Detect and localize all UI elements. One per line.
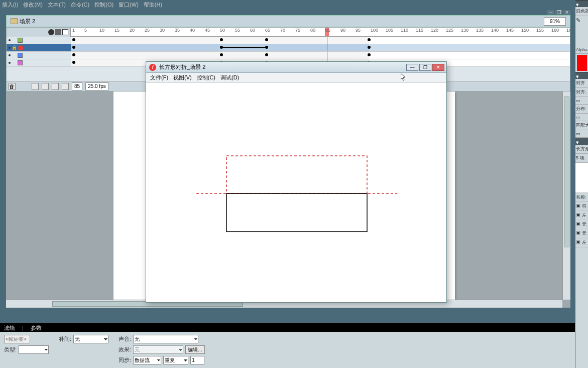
sound-select[interactable]: 无 <box>133 335 198 343</box>
type-label: 类型: <box>4 346 17 353</box>
ruler-tick: 1 <box>72 28 75 33</box>
ruler-tick: 125 <box>446 28 453 33</box>
keyframe[interactable] <box>368 46 371 49</box>
library-item[interactable]: ▣ 符 <box>575 202 588 211</box>
menu-control[interactable]: 控制(O) <box>94 1 113 9</box>
edit-multiple-icon[interactable] <box>52 83 59 90</box>
preview-menu-view[interactable]: 视图(V) <box>173 74 192 81</box>
sound-label: 声音: <box>119 335 131 343</box>
edit-effect-button[interactable]: 编辑... <box>185 345 204 354</box>
alpha-label: Alpha <box>575 46 588 54</box>
match-size-label: 匹配大 <box>575 121 588 130</box>
ruler-tick: 120 <box>431 28 438 33</box>
center-frame-icon[interactable] <box>62 83 69 90</box>
ruler-tick: 135 <box>476 28 484 33</box>
ruler-tick: 70 <box>280 28 285 33</box>
keyframe[interactable] <box>72 38 75 41</box>
layer-frames[interactable] <box>71 52 570 59</box>
trash-icon[interactable]: 🗑 <box>9 83 16 90</box>
loop-select[interactable]: 重复 <box>163 356 188 364</box>
color-mixer-header[interactable]: ▾ <box>575 0 588 7</box>
menu-commands[interactable]: 命令(C) <box>71 1 89 9</box>
keyframe[interactable] <box>368 53 371 56</box>
library-name-label: 名称: <box>575 193 588 202</box>
preview-titlebar[interactable]: f 长方形对折_场景 2 — ❐ ✕ <box>146 62 446 73</box>
color-mixer-title: 混色器 <box>575 7 588 16</box>
eye-toggle-icon[interactable] <box>48 29 54 35</box>
keyframe[interactable] <box>72 46 75 49</box>
frame-rate: 25.0 fps <box>85 82 108 90</box>
keyframe[interactable] <box>265 53 268 56</box>
keyframe[interactable] <box>72 53 75 56</box>
stage-v-scrollbar[interactable] <box>562 91 570 300</box>
preview-menu-control[interactable]: 控制(C) <box>197 74 215 81</box>
keyframe[interactable] <box>368 38 371 41</box>
ruler-tick: 90 <box>340 28 345 33</box>
scene-tab[interactable]: 场景 2 <box>7 16 39 27</box>
menu-modify[interactable]: 修改(M) <box>23 1 43 9</box>
zoom-input[interactable] <box>544 17 566 26</box>
onion-skin-icon[interactable] <box>32 83 39 90</box>
library-item[interactable]: ▣ 元 <box>575 220 588 229</box>
outline-toggle-icon[interactable] <box>62 29 68 35</box>
ruler-tick: 85 <box>325 28 330 33</box>
library-item[interactable]: ▣ 左 <box>575 211 588 220</box>
scene-icon <box>11 18 18 24</box>
effect-label: 效果: <box>119 346 131 353</box>
right-panels: ▾ 混色器 ✎ Alpha ▾ 对齐 对齐: ▭ 分布: ▭ 匹配大 ▭ ▾ 长… <box>575 0 588 368</box>
align-panel-header[interactable]: ▾ <box>575 72 588 79</box>
keyframe[interactable] <box>72 61 75 64</box>
ruler-tick: 145 <box>506 28 514 33</box>
preview-close-button[interactable]: ✕ <box>432 64 444 71</box>
ruler-tick: 80 <box>310 28 315 33</box>
preview-menu-debug[interactable]: 调试(D) <box>220 74 239 81</box>
menu-text[interactable]: 文本(T) <box>48 1 66 9</box>
sync-select[interactable]: 数据流 <box>133 356 161 364</box>
menu-help[interactable]: 帮助(H) <box>144 1 162 9</box>
scene-bar: 场景 2 <box>6 15 570 27</box>
library-doc-name: 长方形 <box>575 145 588 154</box>
menu-window[interactable]: 窗口(W) <box>119 1 139 9</box>
timeline-ruler[interactable]: 1510152025303540455055606570758085909510… <box>71 28 570 37</box>
ruler-tick: 60 <box>250 28 255 33</box>
layer-color-swatch <box>18 38 23 43</box>
v-scroll-thumb[interactable] <box>564 97 569 247</box>
layer-row[interactable] <box>7 37 71 44</box>
library-item[interactable]: ▣ 元 <box>575 229 588 238</box>
layer-row[interactable] <box>7 59 71 67</box>
preview-content <box>146 83 446 302</box>
keyframe[interactable] <box>265 38 268 41</box>
fill-swatch[interactable] <box>577 55 587 71</box>
onion-skin-outline-icon[interactable] <box>42 83 49 90</box>
keyframe[interactable] <box>220 38 223 41</box>
distribute-label: 分布: <box>575 105 588 114</box>
ruler-tick: 55 <box>235 28 240 33</box>
ruler-tick: 140 <box>491 28 499 33</box>
preview-minimize-button[interactable]: — <box>406 64 418 71</box>
layer-row[interactable]: 🔒 <box>7 44 71 52</box>
loop-count-input[interactable] <box>190 356 204 364</box>
label-type-select[interactable] <box>19 345 49 354</box>
preview-maximize-button[interactable]: ❐ <box>419 64 431 71</box>
library-item[interactable]: ▣ 左 <box>575 238 588 247</box>
preview-window: f 长方形对折_场景 2 — ❐ ✕ 文件(F) 视图(V) 控制(C) 调试(… <box>146 61 447 303</box>
preview-menu-file[interactable]: 文件(F) <box>150 74 168 81</box>
ruler-tick: 155 <box>536 28 544 33</box>
ruler-tick: 45 <box>205 28 210 33</box>
lock-icon: 🔒 <box>12 45 17 50</box>
keyframe[interactable] <box>220 53 223 56</box>
lock-toggle-icon[interactable] <box>55 29 61 35</box>
tab-filters[interactable]: 滤镜 <box>1 324 18 332</box>
main-menubar: 插入(I) 修改(M) 文本(T) 命令(C) 控制(O) 窗口(W) 帮助(H… <box>0 0 588 10</box>
layer-frames[interactable] <box>71 37 570 44</box>
layer-row[interactable] <box>7 52 71 59</box>
tab-params[interactable]: 参数 <box>28 324 45 332</box>
layer-frames[interactable] <box>71 44 570 52</box>
ruler-tick: 50 <box>220 28 225 33</box>
menu-insert[interactable]: 插入(I) <box>2 1 18 9</box>
frame-label-input[interactable] <box>4 335 30 343</box>
tween-select[interactable]: 无 <box>73 335 108 343</box>
library-panel-header[interactable]: ▾ <box>575 138 588 145</box>
pencil-icon[interactable]: ✎ <box>576 17 580 23</box>
align-row-label: 对齐: <box>575 88 588 97</box>
